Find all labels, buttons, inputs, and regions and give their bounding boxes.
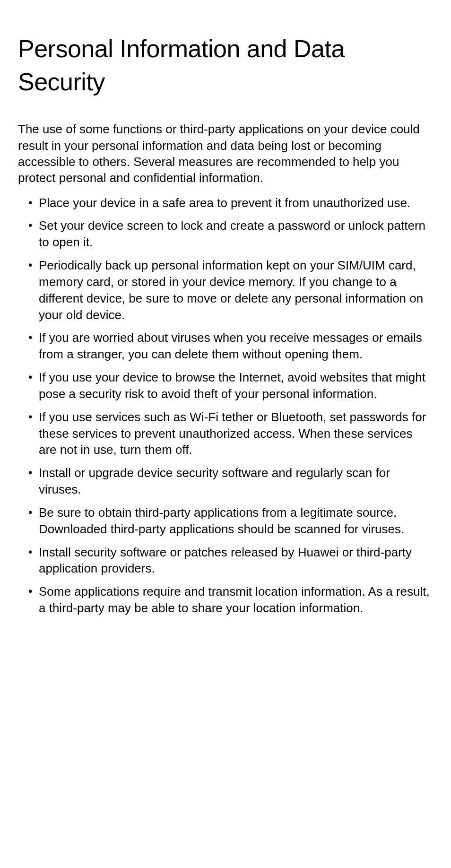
bullet-list: Place your device in a safe area to prev… [18, 195, 433, 616]
list-item: If you are worried about viruses when yo… [28, 330, 433, 363]
list-item: Set your device screen to lock and creat… [28, 217, 433, 251]
list-item: Install or upgrade device security softw… [28, 465, 433, 498]
list-item: Place your device in a safe area to prev… [28, 195, 433, 211]
list-item: Periodically back up personal informatio… [28, 257, 433, 323]
intro-paragraph: The use of some functions or third-party… [18, 121, 433, 186]
list-item: Some applications require and transmit l… [28, 583, 433, 616]
list-item: If you use your device to browse the Int… [28, 369, 433, 402]
list-item: Be sure to obtain third-party applicatio… [28, 504, 433, 538]
page-title: Personal Information and Data Security [18, 32, 433, 98]
list-item: Install security software or patches rel… [28, 544, 433, 577]
list-item: If you use services such as Wi-Fi tether… [28, 409, 433, 458]
